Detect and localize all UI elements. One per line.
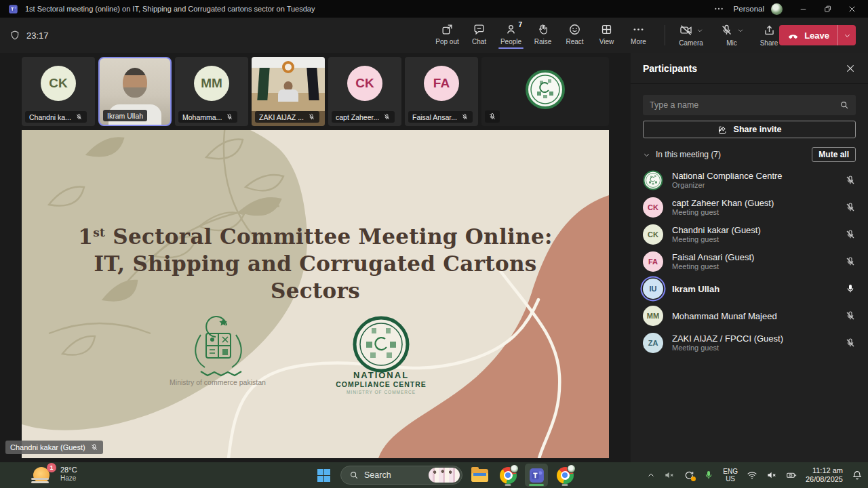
- update-alert-dot: [691, 476, 696, 481]
- avatar: CK: [347, 66, 382, 101]
- tray-chevron-up-icon[interactable]: [647, 471, 655, 479]
- mic-button[interactable]: Mic: [711, 24, 752, 47]
- smiley-icon: [568, 23, 581, 36]
- participant-row-ncc[interactable]: National Compliance Centre Organizer: [631, 167, 868, 194]
- volume-muted-icon[interactable]: [766, 470, 777, 481]
- profile-avatar[interactable]: [771, 3, 783, 15]
- participant-search[interactable]: [643, 95, 856, 115]
- toolbar-separator: [665, 25, 665, 45]
- windows-logo-icon: [317, 469, 330, 482]
- leave-chevron[interactable]: [838, 32, 856, 39]
- leave-button[interactable]: Leave: [779, 25, 856, 45]
- react-button[interactable]: React: [559, 20, 591, 45]
- mute-all-button[interactable]: Mute all: [812, 147, 856, 162]
- avatar: FA: [424, 66, 459, 101]
- mic-on-icon: [845, 283, 856, 294]
- language-indicator[interactable]: ENG US: [723, 468, 738, 483]
- mic-chevron-icon[interactable]: [737, 27, 744, 34]
- mic-off-icon: [845, 256, 856, 267]
- shared-presentation-slide: 1st Sectoral Committee Meeting Online: I…: [22, 130, 609, 458]
- popout-button[interactable]: Pop out: [431, 20, 463, 45]
- avatar: ZA: [643, 333, 663, 353]
- ncc-logo-caption: NATIONAL COMPLIANCE CENTRE MINISTRY OF C…: [307, 370, 456, 395]
- tray-speaker-muted-icon[interactable]: [664, 470, 675, 481]
- weather-widget[interactable]: 1 28°C Haze: [33, 465, 77, 485]
- video-tile-faisal[interactable]: FA Faisal Ansar...: [405, 57, 478, 126]
- share-invite-button[interactable]: Share invite: [643, 121, 856, 138]
- participant-row-zaheer[interactable]: CK capt Zaheer Khan (Guest) Meeting gues…: [631, 194, 868, 221]
- grid-view-icon: [600, 23, 613, 36]
- battery-icon[interactable]: [786, 470, 797, 481]
- more-button[interactable]: More: [623, 20, 654, 45]
- video-person-shirt: [278, 89, 298, 102]
- chat-button[interactable]: Chat: [463, 20, 495, 45]
- clock[interactable]: 11:12 am 26/08/2025: [806, 466, 843, 485]
- chrome-icon-2[interactable]: [553, 464, 576, 487]
- mic-off-icon: [720, 24, 733, 37]
- close-button[interactable]: [840, 0, 864, 18]
- tray-mic-active-icon[interactable]: [703, 470, 714, 481]
- camera-off-icon: [679, 24, 692, 37]
- wifi-icon[interactable]: [747, 470, 757, 481]
- shield-icon: [9, 30, 20, 41]
- video-tile-ncc[interactable]: [481, 57, 609, 126]
- profile-label[interactable]: Personal: [734, 5, 764, 13]
- participant-list: National Compliance Centre Organizer CK …: [631, 167, 868, 357]
- share-screen-icon: [763, 24, 776, 37]
- video-tile-zaheer[interactable]: CK capt Zaheer...: [328, 57, 401, 126]
- section-label: In this meeting (7): [656, 150, 721, 159]
- panel-close-icon[interactable]: [845, 63, 856, 74]
- people-icon: [505, 23, 517, 36]
- slide-title: 1st Sectoral Committee Meeting Online: I…: [41, 219, 590, 304]
- teams-taskbar-icon[interactable]: [525, 464, 548, 487]
- minimize-button[interactable]: [791, 0, 815, 18]
- teams-logo-icon: [528, 467, 545, 484]
- popout-icon: [441, 23, 454, 36]
- chrome-icon-1[interactable]: [496, 464, 519, 487]
- tray-update-icon[interactable]: [684, 470, 694, 481]
- search-icon: [349, 470, 359, 480]
- search-highlight-image: [429, 468, 460, 483]
- raise-button[interactable]: Raise: [527, 20, 559, 45]
- mic-off-icon: [845, 202, 856, 213]
- video-tile-ikram-active-speaker[interactable]: Ikram Ullah: [98, 57, 172, 126]
- meeting-timer: 23:17: [9, 18, 49, 53]
- camera-button[interactable]: Camera: [671, 24, 711, 47]
- start-button[interactable]: [312, 464, 335, 487]
- participant-row-faisal[interactable]: FA Faisal Ansari (Guest) Meeting guest: [631, 248, 868, 275]
- people-button[interactable]: 7 People: [495, 20, 527, 45]
- mic-off-icon: [226, 113, 233, 121]
- video-tile-zaki[interactable]: ZAKI AIJAZ ...: [252, 57, 325, 126]
- tile-name-label: Faisal Ansar...: [412, 113, 457, 121]
- chat-icon: [473, 23, 486, 36]
- participants-panel: Participants Share invite In this meetin…: [631, 53, 868, 462]
- video-tile-chandni[interactable]: CK Chandni ka...: [22, 57, 95, 126]
- participant-row-zaki[interactable]: ZA ZAKI AIJAZ / FPCCI (Guest) Meeting gu…: [631, 329, 868, 357]
- camera-chevron-icon[interactable]: [696, 27, 703, 34]
- view-button[interactable]: View: [591, 20, 623, 45]
- avatar: FA: [643, 251, 663, 272]
- maximize-button[interactable]: [815, 0, 840, 18]
- file-explorer-icon[interactable]: [468, 464, 491, 487]
- tile-name-label: Ikram Ullah: [107, 112, 143, 120]
- raise-hand-icon: [536, 23, 549, 36]
- notification-bell-icon[interactable]: [852, 470, 863, 481]
- participant-row-ikram[interactable]: IU Ikram Ullah: [631, 275, 868, 302]
- phone-down-icon: [787, 30, 799, 41]
- participant-row-chandni[interactable]: CK Chandni kakar (Guest) Meeting guest: [631, 221, 868, 248]
- video-tile-mohammad[interactable]: MM Mohamma...: [175, 57, 248, 126]
- ncc-emblem-avatar: [643, 170, 663, 190]
- section-chevron-icon[interactable]: [643, 151, 650, 159]
- taskbar-search[interactable]: Search: [340, 466, 462, 485]
- time: 11:12 am: [806, 466, 843, 476]
- tile-name-label: Mohamma...: [182, 113, 222, 121]
- video-person-head: [123, 68, 147, 98]
- mic-off-icon: [90, 443, 98, 451]
- participant-row-mohammad[interactable]: MM Mohammad Munaf Majeed: [631, 302, 868, 329]
- mic-off-icon: [845, 175, 856, 186]
- ncc-emblem-icon: [525, 69, 566, 110]
- titlebar-more-icon[interactable]: [713, 3, 724, 14]
- search-icon: [840, 100, 849, 110]
- search-input[interactable]: [650, 100, 840, 110]
- chevron-down-icon: [844, 32, 851, 39]
